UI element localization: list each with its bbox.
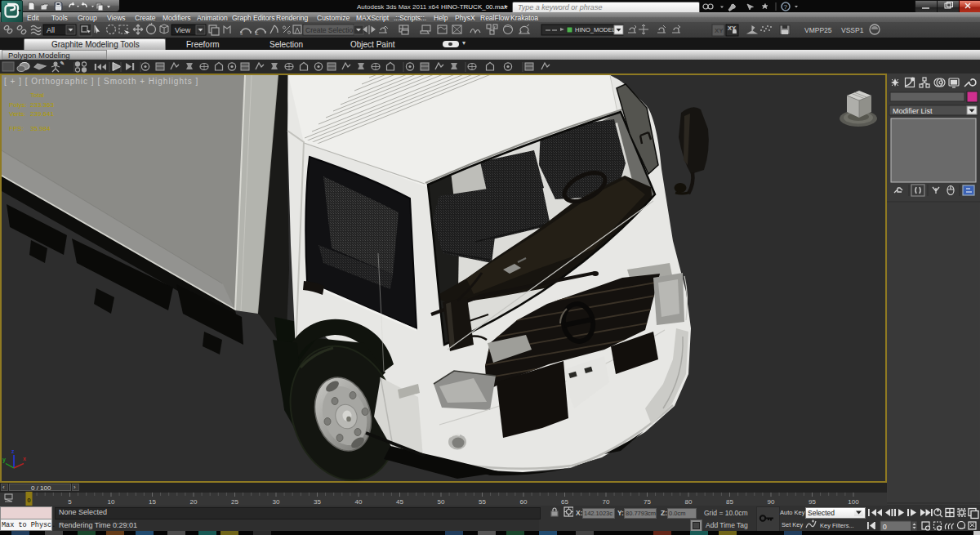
svg-text:75: 75 xyxy=(644,498,651,506)
svg-text:70: 70 xyxy=(603,498,610,506)
svg-text:?: ? xyxy=(784,3,788,11)
svg-text:85: 85 xyxy=(726,498,733,506)
svg-text:45: 45 xyxy=(396,498,403,506)
svg-text:95: 95 xyxy=(808,498,816,506)
svg-text:XY: XY xyxy=(715,27,724,34)
svg-text:View: View xyxy=(175,26,191,34)
svg-text:25: 25 xyxy=(231,498,238,506)
svg-text:80: 80 xyxy=(685,498,693,506)
svg-text:3: 3 xyxy=(240,31,243,36)
svg-text:Modifier List: Modifier List xyxy=(893,107,933,115)
svg-text:VSSP1: VSSP1 xyxy=(841,26,864,34)
svg-text:239.641: 239.641 xyxy=(30,110,54,118)
svg-text:✎: ✎ xyxy=(60,60,64,65)
svg-text:35: 35 xyxy=(314,498,321,506)
svg-text:All: All xyxy=(47,26,55,34)
svg-text:VMPP25: VMPP25 xyxy=(804,26,832,34)
svg-text:10: 10 xyxy=(108,498,115,506)
svg-text:HINO_MODEL: HINO_MODEL xyxy=(575,26,616,33)
svg-text:35.984: 35.984 xyxy=(30,125,51,132)
svg-text:5: 5 xyxy=(68,498,72,506)
svg-text:50: 50 xyxy=(438,498,445,506)
svg-text:0: 0 xyxy=(27,497,31,504)
svg-text:60: 60 xyxy=(520,498,528,506)
svg-text:Polys:: Polys: xyxy=(9,101,27,109)
svg-text:Verts:: Verts: xyxy=(9,110,25,118)
svg-text:x: x xyxy=(23,456,26,461)
svg-text:233.363: 233.363 xyxy=(30,101,54,109)
svg-text:FPS:: FPS: xyxy=(9,125,24,132)
svg-text:y: y xyxy=(2,457,6,463)
svg-text:100: 100 xyxy=(848,498,859,506)
svg-text:0: 0 xyxy=(883,523,887,531)
svg-text:z: z xyxy=(11,448,15,454)
svg-text:55: 55 xyxy=(479,498,486,506)
svg-text:40: 40 xyxy=(355,498,363,506)
svg-text:∠: ∠ xyxy=(255,31,259,36)
svg-text:15: 15 xyxy=(149,498,156,506)
svg-text:30: 30 xyxy=(273,498,280,506)
svg-text:[ + ] [ Orthographic ] [ Smoot: [ + ] [ Orthographic ] [ Smooth + Highli… xyxy=(4,77,198,86)
svg-text:90: 90 xyxy=(768,498,775,506)
svg-text:65: 65 xyxy=(561,498,568,506)
svg-text:Total: Total xyxy=(30,91,44,99)
svg-text:20: 20 xyxy=(190,498,198,506)
